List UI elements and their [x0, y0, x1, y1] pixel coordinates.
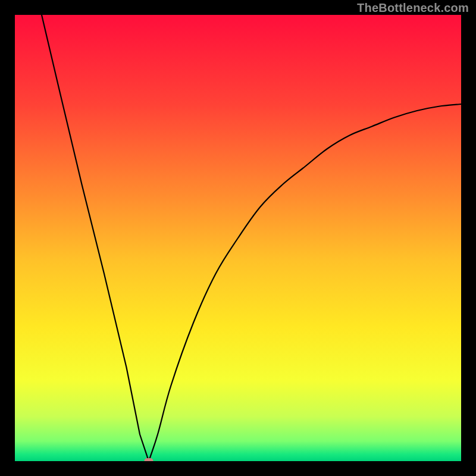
minimum-marker: [145, 458, 154, 461]
bottleneck-curve: [15, 15, 461, 461]
plot-area: [15, 15, 461, 461]
watermark-text: TheBottleneck.com: [357, 1, 469, 15]
chart-frame: { "watermark": "TheBottleneck.com", "col…: [0, 0, 476, 476]
